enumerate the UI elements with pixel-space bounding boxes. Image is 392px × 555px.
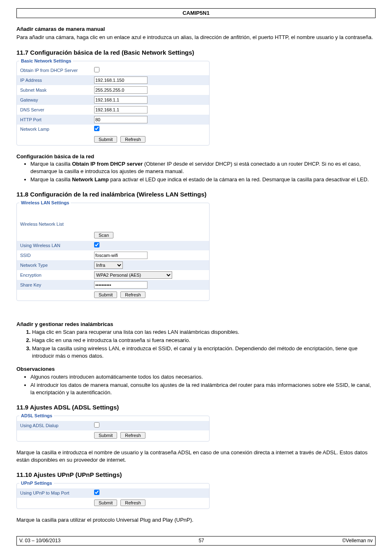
page-footer: V. 03 – 10/06/2013 57 ©Velleman nv: [16, 536, 376, 546]
section-11-9-heading: 11.9 Ajustes ADSL (ADSL Settings): [16, 403, 376, 412]
submit-button[interactable]: Submit: [94, 291, 117, 298]
dhcp-label: Obtain IP from DHCP Server: [20, 67, 94, 74]
submit-button[interactable]: Submit: [94, 432, 117, 439]
list-item: Haga clic en Scan para recuperar una lis…: [32, 328, 376, 336]
wireless-add-title: Añadir y gestionar redes inalámbricas: [16, 321, 376, 328]
refresh-button[interactable]: Refresh: [120, 291, 145, 298]
key-label: Share Key: [20, 282, 94, 288]
ssid-label: SSID: [20, 252, 94, 259]
mask-input[interactable]: [94, 86, 148, 94]
upnp-panel: UPnP Settings Using UPnP to Map Port Sub…: [16, 483, 210, 509]
adsl-body: Marque la casilla e introduzca el nombre…: [16, 449, 376, 464]
key-row: Share Key: [17, 280, 209, 290]
adsl-legend: ADSL Settings: [19, 413, 54, 419]
refresh-button[interactable]: Refresh: [120, 432, 145, 439]
basic-network-legend: Basic Network Settings: [19, 58, 73, 64]
nettype-select[interactable]: Infra: [94, 261, 123, 269]
section-11-7-heading: 11.7 Configuración básica de la red (Bas…: [16, 48, 376, 57]
enc-select[interactable]: WPA2 Personal (AES): [94, 271, 172, 279]
list-item: Al introducir los datos de manera manual…: [30, 382, 376, 396]
lamp-label: Network Lamp: [20, 126, 94, 132]
wireless-legend: Wireless LAN Settings: [19, 200, 71, 206]
dhcp-row: Obtain IP from DHCP Server: [17, 66, 209, 75]
upnp-buttons: Submit Refresh: [17, 498, 209, 509]
ssid-row: SSID: [17, 250, 209, 260]
upnp-legend: UPnP Settings: [19, 480, 54, 486]
scan-button[interactable]: Scan: [94, 232, 113, 238]
gw-input[interactable]: [94, 96, 148, 104]
adsl-row: Using ADSL Dialup: [17, 421, 209, 430]
dns-label: DNS Server: [20, 107, 94, 113]
dns-row: DNS Server: [17, 105, 209, 115]
list-item: Marque la casilla Obtain IP from DHCP se…: [30, 160, 376, 175]
refresh-button[interactable]: Refresh: [120, 136, 145, 143]
http-row: HTTP Port: [17, 115, 209, 125]
upnp-checkbox[interactable]: [94, 490, 99, 495]
basic-conf-title: Configuración básica de la red: [16, 153, 376, 160]
upnp-label: Using UPnP to Map Port: [20, 490, 94, 496]
observations-title: Observaciones: [16, 365, 376, 373]
submit-button[interactable]: Submit: [94, 136, 117, 143]
footer-left: V. 03 – 10/06/2013: [19, 537, 60, 544]
footer-center: 57: [198, 537, 204, 544]
http-input[interactable]: [94, 116, 148, 123]
list-item: Haga clic en una red e introduzca la con…: [32, 337, 376, 344]
list-item: Marque la casilla Network Lamp para acti…: [30, 176, 376, 183]
mask-row: Subnet Mask: [17, 85, 209, 95]
footer-right: ©Velleman nv: [342, 537, 373, 544]
nettype-row: Network Type Infra: [17, 260, 209, 270]
ip-label: IP Address: [20, 77, 94, 83]
enc-label: Encryption: [20, 272, 94, 278]
adsl-checkbox[interactable]: [94, 422, 99, 428]
section-11-8-heading: 11.8 Configuración de la red inalámbrica…: [16, 190, 376, 199]
submit-button[interactable]: Submit: [94, 500, 117, 506]
key-input[interactable]: [94, 281, 148, 289]
doc-header: CAMIP5N1: [16, 8, 376, 18]
observations-list: Algunos routers introducen automáticamen…: [30, 373, 376, 397]
adsl-panel: ADSL Settings Using ADSL Dialup Submit R…: [16, 416, 210, 442]
enc-row: Encryption WPA2 Personal (AES): [17, 270, 209, 280]
dns-input[interactable]: [94, 106, 148, 113]
http-label: HTTP Port: [20, 117, 94, 123]
ip-input[interactable]: [94, 76, 148, 84]
wireless-list-label: Wireless Network List: [20, 221, 94, 227]
dhcp-checkbox[interactable]: [94, 67, 99, 72]
lamp-checkbox[interactable]: [94, 126, 99, 131]
adsl-label: Using ADSL Dialup: [20, 423, 94, 429]
lamp-row: Network Lamp: [17, 125, 209, 134]
nettype-label: Network Type: [20, 262, 94, 268]
ssid-input[interactable]: [94, 252, 148, 259]
upnp-body: Marque la casilla para utilizar el proto…: [16, 516, 376, 524]
refresh-button[interactable]: Refresh: [120, 500, 145, 506]
doc-title: CAMIP5N1: [182, 10, 210, 16]
uselan-label: Using Wireless LAN: [20, 243, 94, 249]
ip-row: IP Address: [17, 75, 209, 85]
upnp-row: Using UPnP to Map Port: [17, 488, 209, 498]
manual-add-title: Añadir cámaras de manera manual: [16, 25, 376, 33]
manual-add-body: Para añadir una cámara, haga clic en un …: [16, 34, 376, 41]
gw-row: Gateway: [17, 95, 209, 105]
list-item: Marque la casilla using wireless LAN, e …: [32, 345, 376, 360]
section-11-10-heading: 11.10 Ajustes UPnP (UPnP Settings): [16, 470, 376, 479]
list-item: Algunos routers introducen automáticamen…: [30, 373, 376, 381]
adsl-buttons: Submit Refresh: [17, 430, 209, 441]
wireless-panel: Wireless LAN Settings Wireless Network L…: [16, 203, 210, 301]
basic-network-buttons: Submit Refresh: [17, 134, 209, 145]
gw-label: Gateway: [20, 97, 94, 103]
uselan-checkbox[interactable]: [94, 242, 99, 247]
basic-conf-list: Marque la casilla Obtain IP from DHCP se…: [30, 160, 376, 184]
uselan-row: Using Wireless LAN: [17, 241, 209, 250]
wireless-list-row: Wireless Network List Scan: [17, 208, 209, 241]
mask-label: Subnet Mask: [20, 87, 94, 93]
basic-network-panel: Basic Network Settings Obtain IP from DH…: [16, 61, 210, 146]
wireless-steps: Haga clic en Scan para recuperar una lis…: [32, 328, 376, 360]
wireless-buttons: Submit Refresh: [17, 290, 209, 301]
